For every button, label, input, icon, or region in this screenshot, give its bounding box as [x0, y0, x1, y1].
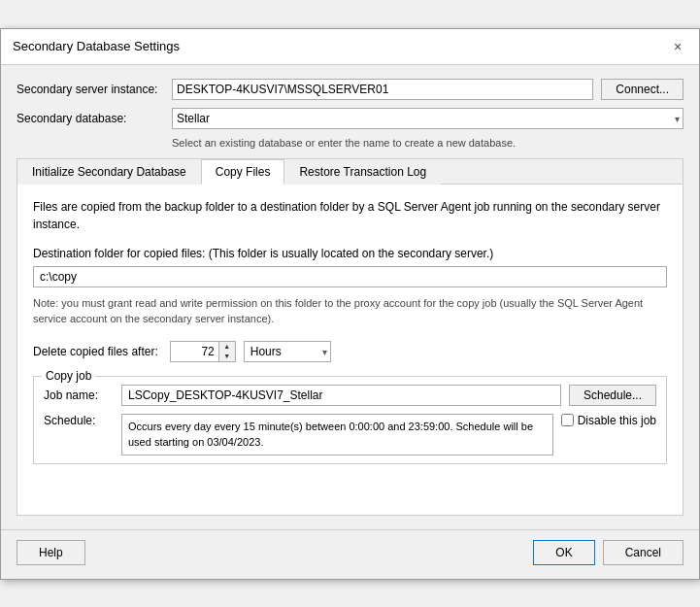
- schedule-label: Schedule:: [44, 414, 121, 427]
- schedule-row: Schedule: Occurs every day every 15 minu…: [44, 414, 656, 455]
- spinner-up-button[interactable]: ▲: [219, 342, 235, 352]
- delete-row: Delete copied files after: ▲ ▼ Hours Day…: [33, 341, 667, 362]
- tabs-header: Initialize Secondary Database Copy Files…: [17, 159, 683, 185]
- copy-job-group: Copy job Job name: Schedule... Schedule:…: [33, 376, 667, 464]
- dialog-title: Secondary Database Settings: [13, 39, 180, 53]
- tab-copy-files-content: Files are copied from the backup folder …: [17, 185, 683, 515]
- job-name-label: Job name:: [44, 388, 121, 402]
- spinner-down-button[interactable]: ▼: [219, 352, 235, 361]
- delete-value-input[interactable]: [170, 341, 218, 362]
- schedule-button[interactable]: Schedule...: [569, 385, 656, 406]
- tab-restore-transaction-log[interactable]: Restore Transaction Log: [284, 159, 441, 185]
- job-name-input[interactable]: [121, 385, 561, 406]
- hours-select[interactable]: Hours Days: [244, 341, 331, 362]
- database-hint: Select an existing database or enter the…: [172, 137, 683, 149]
- disable-label-text: Disable this job: [578, 414, 656, 427]
- database-select[interactable]: Stellar: [172, 108, 683, 129]
- server-instance-input[interactable]: [172, 79, 593, 100]
- connect-button[interactable]: Connect...: [601, 79, 683, 100]
- server-instance-row: Secondary server instance: Connect...: [17, 79, 683, 100]
- close-button[interactable]: ×: [668, 37, 687, 56]
- dest-folder-label: Destination folder for copied files: (Th…: [33, 247, 667, 260]
- database-label: Secondary database:: [17, 112, 172, 125]
- dialog-footer: Help OK Cancel: [1, 529, 699, 579]
- database-select-wrapper: Stellar ▾: [172, 108, 683, 129]
- tabs-container: Initialize Secondary Database Copy Files…: [17, 158, 683, 516]
- tab-copy-files[interactable]: Copy Files: [201, 159, 285, 185]
- dialog-body: Secondary server instance: Connect... Se…: [1, 65, 699, 529]
- schedule-text: Occurs every day every 15 minute(s) betw…: [121, 414, 553, 455]
- help-button[interactable]: Help: [17, 540, 85, 565]
- disable-wrapper: Disable this job: [561, 414, 656, 427]
- delete-label: Delete copied files after:: [33, 345, 158, 358]
- server-instance-label: Secondary server instance:: [17, 83, 172, 96]
- dialog-window: Secondary Database Settings × Secondary …: [0, 28, 700, 580]
- title-bar: Secondary Database Settings ×: [1, 29, 699, 65]
- disable-checkbox[interactable]: [561, 414, 574, 426]
- job-name-row: Job name: Schedule...: [44, 385, 656, 406]
- spinner-buttons: ▲ ▼: [218, 341, 236, 362]
- cancel-button[interactable]: Cancel: [603, 540, 683, 565]
- footer-right: OK Cancel: [533, 540, 683, 565]
- copy-note: Note: you must grant read and write perm…: [33, 295, 667, 327]
- disable-checkbox-label[interactable]: Disable this job: [561, 414, 656, 427]
- hours-select-wrapper: Hours Days ▾: [244, 341, 331, 362]
- dest-folder-input[interactable]: [33, 266, 667, 287]
- database-row: Secondary database: Stellar ▾: [17, 108, 683, 129]
- tab-initialize[interactable]: Initialize Secondary Database: [17, 159, 201, 185]
- copy-job-legend: Copy job: [42, 369, 95, 383]
- copy-description: Files are copied from the backup folder …: [33, 198, 667, 233]
- ok-button[interactable]: OK: [533, 540, 594, 565]
- delete-spinner: ▲ ▼: [170, 341, 236, 362]
